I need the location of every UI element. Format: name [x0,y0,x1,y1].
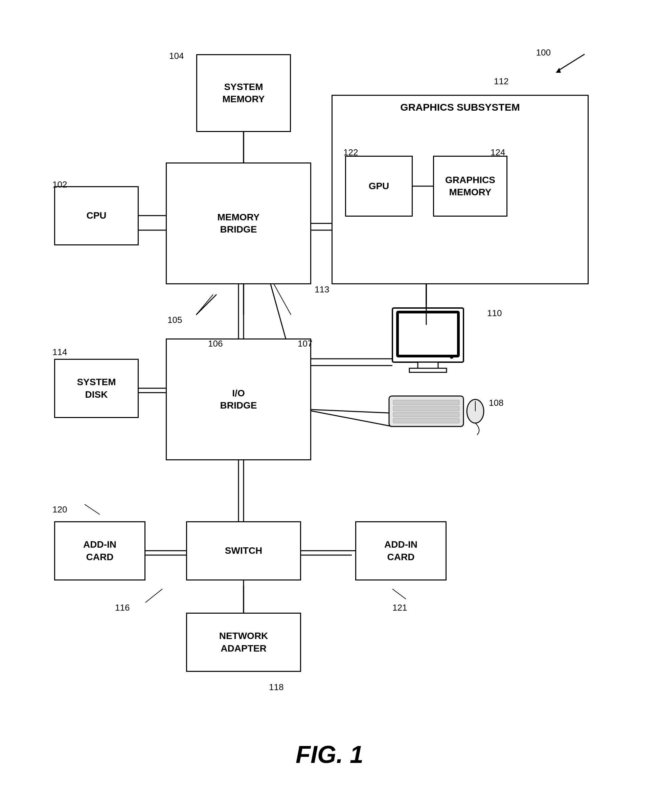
add-in-card-right-box: ADD-INCARD [355,521,446,580]
svg-line-37 [274,284,291,315]
ref-108: 108 [489,398,503,408]
figure-caption: FIG. 1 [296,741,363,768]
ref-110: 110 [487,308,502,319]
memory-bridge-box: MEMORYBRIDGE [166,163,311,284]
io-bridge-box: I/OBRIDGE [166,338,311,460]
ref-105: 105 [167,315,182,325]
ref-102: 102 [52,179,67,190]
svg-line-46 [145,589,162,602]
graphics-memory-box: GRAPHICSMEMORY [433,156,508,216]
svg-marker-17 [556,68,561,73]
cpu-box: CPU [54,186,139,245]
svg-rect-22 [409,368,446,372]
gpu-to-gmem-line [345,156,440,216]
svg-rect-26 [393,406,459,411]
system-disk-box: SYSTEMDISK [54,359,139,418]
ref-107: 107 [298,338,312,349]
svg-line-14 [271,284,287,345]
ref-114: 114 [52,347,67,357]
svg-rect-27 [393,412,459,417]
svg-line-47 [393,589,406,599]
svg-rect-28 [393,419,459,423]
graphics-subsystem-label: GRAPHICS SUBSYSTEM [355,101,565,113]
diagram-container: 100 SYSTEMMEMORY 104 CPU 102 MEMORYBRIDG… [20,20,639,782]
gs-to-monitor-line [413,284,440,325]
svg-line-36 [196,294,213,315]
add-in-card-left-box: ADD-INCARD [54,521,145,580]
arrow-100 [537,47,598,74]
ref-120: 120 [52,504,67,515]
keyboard-mouse-illustration [386,386,487,440]
ref-104: 104 [169,51,184,61]
ref-112: 112 [494,76,508,87]
ref-118: 118 [269,682,284,692]
svg-rect-25 [393,400,459,405]
ref-113: 113 [315,284,329,295]
system-memory-box: SYSTEMMEMORY [196,54,291,132]
svg-point-23 [450,355,453,359]
ref-106: 106 [208,338,222,349]
network-adapter-box: NETWORKADAPTER [186,613,301,672]
switch-box: SWITCH [186,521,301,580]
svg-line-40 [311,409,389,413]
svg-line-3 [196,294,216,315]
svg-line-16 [558,54,585,71]
ref-124: 124 [490,147,505,158]
ref-116: 116 [115,602,129,613]
svg-line-8 [304,409,393,427]
svg-line-48 [85,504,100,515]
ref-121: 121 [393,602,407,613]
